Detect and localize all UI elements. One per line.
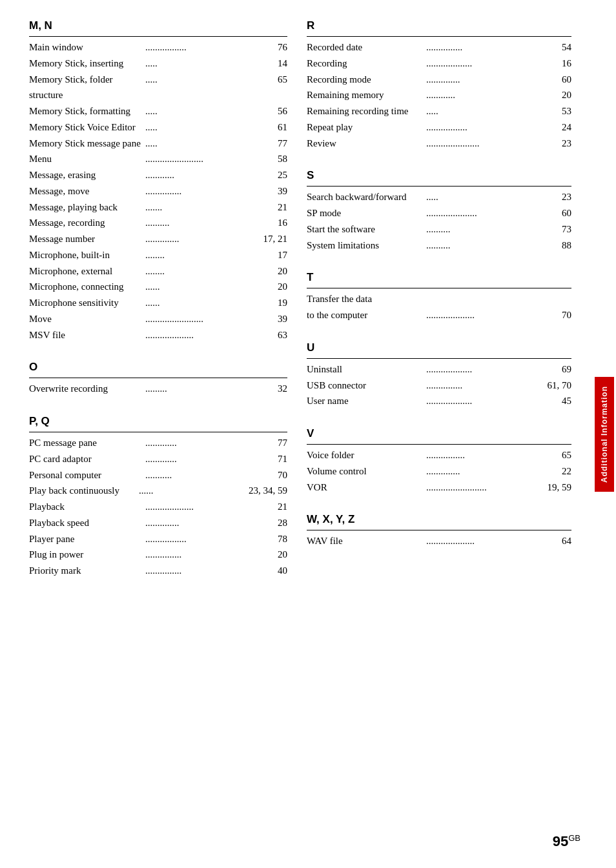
entry-dots: ...............: [145, 183, 260, 199]
entry-dots: ...................: [426, 56, 544, 72]
index-entry: Memory Stick, formatting.....56: [29, 103, 287, 119]
entry-dots: ....................: [145, 327, 260, 343]
section-rule-v: [307, 444, 571, 445]
entry-name: Review: [307, 136, 425, 152]
entry-page: 25: [262, 167, 287, 183]
index-entry: Main window.................76: [29, 39, 287, 56]
entry-dots: ..........: [426, 237, 544, 254]
entry-name: Main window: [29, 39, 144, 56]
entry-dots: .....: [426, 189, 544, 205]
entry-page: 76: [262, 39, 287, 56]
section-rule-o: [29, 378, 287, 378]
index-entry: Recorded date...............54: [307, 39, 571, 56]
index-entry: System limitations..........88: [307, 237, 571, 254]
entry-dots: ...................: [426, 393, 544, 409]
entry-name: Recording: [307, 56, 425, 72]
index-entry: Message, recording..........16: [29, 215, 287, 231]
index-entry: Start the software..........73: [307, 221, 571, 237]
entry-name: PC message pane: [29, 435, 144, 451]
entry-name: Message, erasing: [29, 167, 144, 183]
entry-dots: .................: [426, 119, 544, 136]
entry-page: 53: [546, 103, 571, 119]
entry-dots: ....................: [426, 533, 544, 549]
entry-page: 17: [262, 247, 287, 263]
index-entry: Uninstall...................69: [307, 361, 571, 378]
entry-page: 61: [262, 119, 287, 136]
entry-page: 60: [546, 72, 571, 88]
entry-dots: .....: [145, 136, 260, 152]
section-rule-wxyz: [307, 530, 571, 530]
entry-page: 17, 21: [262, 231, 287, 247]
index-entry: Memory Stick, folder structure.....65: [29, 72, 287, 104]
section-rule-u: [307, 358, 571, 359]
entry-name: PC card adaptor: [29, 451, 144, 467]
entry-dots: .............: [145, 435, 260, 451]
entry-dots: .....................: [426, 205, 544, 221]
index-entry: Microphone, built-in........17: [29, 247, 287, 263]
entry-dots: .....: [145, 72, 260, 104]
index-entry: Message, playing back.......21: [29, 199, 287, 216]
index-entry: Overwrite recording.........32: [29, 381, 287, 397]
index-entry: to the computer....................70: [307, 307, 571, 323]
entry-page: 39: [262, 311, 287, 327]
entry-page: 16: [546, 56, 571, 72]
entry-page: 65: [262, 72, 287, 104]
index-entry: Move........................39: [29, 311, 287, 327]
entry-name: WAV file: [307, 533, 425, 549]
entry-dots: ...............: [426, 39, 544, 56]
index-entry: MSV file....................63: [29, 327, 287, 343]
index-entry: Playback....................21: [29, 499, 287, 515]
section-header-s: S: [307, 169, 571, 182]
index-entry: Message number..............17, 21: [29, 231, 287, 247]
entry-page: 60: [546, 205, 571, 221]
page-container: Additional Information M, NMain window..…: [0, 0, 616, 868]
entry-dots: ..............: [426, 72, 544, 88]
entry-dots: .....: [145, 103, 260, 119]
index-entry: SP mode.....................60: [307, 205, 571, 221]
entry-page: 77: [262, 435, 287, 451]
entry-dots: ..........: [145, 215, 260, 231]
entry-dots: ........................: [145, 311, 260, 327]
entry-dots: .........................: [426, 479, 544, 496]
entry-page: 24: [546, 119, 571, 136]
entry-page: 58: [262, 151, 287, 167]
entry-dots: .................: [145, 531, 260, 547]
entry-dots: ............: [145, 167, 260, 183]
index-entry: PC card adaptor.............71: [29, 451, 287, 467]
entry-dots: ......................: [426, 136, 544, 152]
entry-name: Priority mark: [29, 563, 144, 579]
index-entry: Message, erasing............25: [29, 167, 287, 183]
index-entry: Transfer the data: [307, 291, 571, 307]
index-entry: Menu........................58: [29, 151, 287, 167]
index-entry: Repeat play.................24: [307, 119, 571, 136]
entry-page: 65: [546, 447, 571, 463]
index-entry: Player pane.................78: [29, 531, 287, 547]
entry-name: Remaining recording time: [307, 103, 425, 119]
entry-name: SP mode: [307, 205, 425, 221]
entry-page: 70: [262, 467, 287, 483]
entry-dots: ................: [426, 447, 544, 463]
section-header-mn: M, N: [29, 19, 287, 32]
entry-page: 54: [546, 39, 571, 56]
index-entry: Review......................23: [307, 136, 571, 152]
entry-name: Menu: [29, 151, 144, 167]
entry-name: Remaining memory: [307, 87, 425, 103]
entry-page: 23: [546, 136, 571, 152]
entry-name: Play back continuously: [29, 483, 138, 499]
entry-name: Microphone sensitivity: [29, 295, 144, 311]
section-mn: M, NMain window.................76Memory…: [29, 19, 287, 343]
section-header-v: V: [307, 427, 571, 440]
section-u: UUninstall...................69USB conne…: [307, 341, 571, 409]
entry-name: VOR: [307, 479, 425, 496]
entry-page: 69: [546, 361, 571, 378]
entry-page: 22: [546, 463, 571, 479]
index-entry: Microphone, connecting......20: [29, 279, 287, 295]
entry-page: 28: [262, 515, 287, 531]
entry-name: Memory Stick Voice Editor: [29, 119, 144, 136]
entry-name: Recording mode: [307, 72, 425, 88]
index-entry: Recording...................16: [307, 56, 571, 72]
section-header-wxyz: W, X, Y, Z: [307, 513, 571, 526]
index-entry: Play back continuously......23, 34, 59: [29, 483, 287, 499]
left-column: M, NMain window.................76Memory…: [29, 19, 300, 849]
section-v: VVoice folder................65Volume co…: [307, 427, 571, 495]
